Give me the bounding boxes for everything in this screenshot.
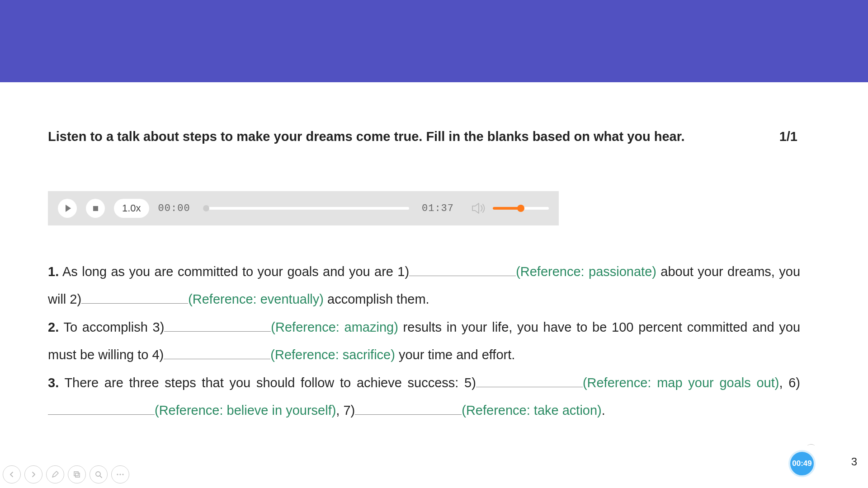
ref-6: (Reference: believe in yourself)	[155, 403, 336, 418]
q3-number: 3.	[48, 375, 59, 390]
blank-5[interactable]	[476, 387, 583, 387]
blank-1[interactable]	[409, 276, 516, 276]
q1-text-a: As long as you are committed to your goa…	[59, 264, 409, 279]
blank-4[interactable]	[164, 359, 270, 359]
q2-text-c: your time and effort.	[395, 347, 515, 362]
volume-control	[471, 202, 549, 215]
blank-2[interactable]	[81, 303, 188, 304]
passage-end: .	[602, 403, 605, 418]
q1-number: 1.	[48, 264, 59, 279]
volume-bar[interactable]	[493, 207, 549, 210]
q2-text-a: To accomplish 3)	[59, 320, 164, 334]
play-icon	[66, 205, 71, 212]
ref-1: (Reference: passionate)	[516, 264, 656, 279]
sep-6-7: , 7)	[336, 403, 355, 418]
svg-point-5	[119, 474, 121, 475]
pen-tool-button[interactable]	[46, 465, 64, 483]
svg-point-4	[117, 474, 118, 475]
bottom-toolbar	[3, 465, 129, 483]
stop-icon	[93, 206, 98, 211]
zoom-tool-button[interactable]	[90, 465, 108, 483]
question-counter: 1/1	[779, 129, 797, 144]
svg-rect-1	[75, 473, 80, 477]
sep-5-6: , 6)	[779, 375, 800, 390]
instruction-row: Listen to a talk about steps to make you…	[48, 129, 800, 144]
progress-bar[interactable]	[203, 207, 409, 210]
q3-text-a: There are three steps that you should fo…	[59, 375, 476, 390]
ref-2: (Reference: eventually)	[188, 292, 324, 306]
copy-tool-button[interactable]	[68, 465, 86, 483]
page-number: 3	[851, 455, 857, 468]
ref-7: (Reference: take action)	[462, 403, 601, 418]
q1-text-c: accomplish them.	[324, 292, 429, 306]
volume-fill	[493, 207, 520, 210]
svg-rect-0	[74, 472, 78, 476]
prev-button[interactable]	[3, 465, 21, 483]
main-content: Listen to a talk about steps to make you…	[48, 129, 800, 425]
speed-value: 1.0x	[122, 202, 141, 214]
q2-number: 2.	[48, 320, 59, 334]
svg-point-6	[122, 474, 123, 475]
blank-6[interactable]	[48, 414, 155, 415]
instruction-text: Listen to a talk about steps to make you…	[48, 129, 684, 144]
timer-badge[interactable]: 00:49	[788, 450, 816, 477]
svg-line-3	[100, 476, 102, 478]
ref-4: (Reference: sacrifice)	[270, 347, 395, 362]
next-button[interactable]	[24, 465, 42, 483]
header-band	[0, 0, 868, 82]
speed-select[interactable]: 1.0x	[114, 199, 149, 218]
volume-thumb[interactable]	[517, 205, 524, 212]
more-tool-button[interactable]	[111, 465, 129, 483]
play-button[interactable]	[58, 199, 77, 218]
total-time: 01:37	[422, 203, 454, 214]
volume-icon[interactable]	[471, 202, 486, 215]
blank-7[interactable]	[355, 414, 462, 415]
ref-5: (Reference: map your goals out)	[583, 375, 779, 390]
blank-3[interactable]	[164, 331, 271, 332]
passage: 1. As long as you are committed to your …	[48, 258, 800, 425]
ref-3: (Reference: amazing)	[271, 320, 398, 334]
timer-value: 00:49	[792, 459, 811, 468]
current-time: 00:00	[158, 203, 190, 214]
progress-thumb[interactable]	[203, 205, 209, 211]
audio-player: 1.0x 00:00 01:37	[48, 191, 559, 225]
stop-button[interactable]	[86, 199, 105, 218]
